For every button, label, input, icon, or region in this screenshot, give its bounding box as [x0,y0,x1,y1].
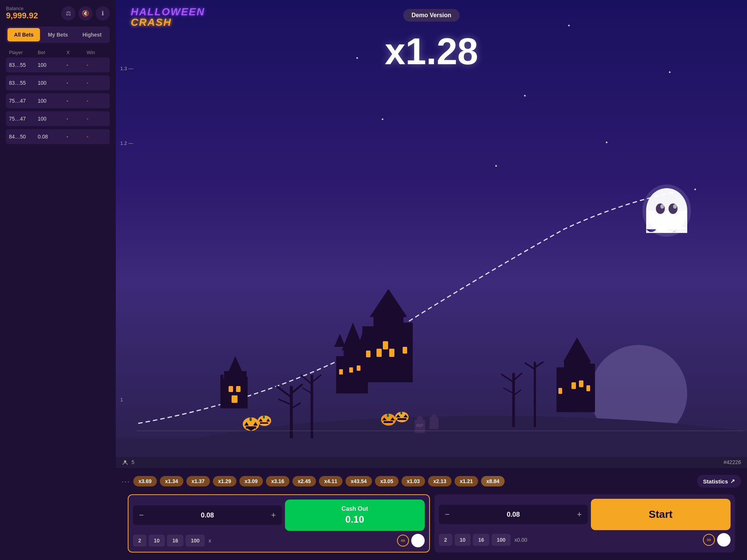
x-label: x [207,538,213,544]
svg-line-58 [525,363,535,369]
infinity-button-right[interactable]: ∞ [703,534,715,546]
history-pill[interactable]: x2.13 [428,476,452,486]
balance-text: Balance 9,999.92 [6,6,38,21]
history-pill[interactable]: x1.03 [402,476,425,486]
history-pill[interactable]: x1.37 [186,476,210,486]
balance-label: Balance [6,6,38,11]
plus-icon: + [271,510,276,520]
sidebar: Balance 9,999.92 ⚖ 🔇 ℹ All Bets My Bets … [0,0,116,560]
svg-line-50 [312,375,321,382]
svg-rect-13 [336,356,345,393]
mute-button[interactable]: 🔇 [78,6,93,21]
info-button[interactable]: ℹ [96,6,110,21]
statistics-label: Statistics [703,478,728,485]
logo-crash: CRASH [131,17,205,28]
x-multiplier: x0.00 [513,537,529,543]
infinity-button-left[interactable]: ∞ [397,535,409,547]
infinity-icon: ∞ [707,536,711,543]
right-minus-button[interactable]: − [443,510,451,519]
left-control-panel: − 0.08 + Cash Out 0.10 2 10 16 [128,494,430,553]
cashout-button[interactable]: Cash Out 0.10 [285,500,425,531]
bet-amount: 100 [38,116,66,122]
svg-rect-25 [383,341,388,349]
statistics-button[interactable]: Statistics ↗ [697,475,741,488]
history-pill[interactable]: x2.45 [292,476,316,486]
quick-16-left[interactable]: 16 [167,535,183,547]
tab-all-bets[interactable]: All Bets [7,28,40,41]
pumpkin-4 [395,411,409,422]
right-plus-button[interactable]: + [576,510,583,519]
history-pill[interactable]: x1.34 [160,476,183,486]
history-pill[interactable]: x3.05 [375,476,399,486]
tab-my-bets[interactable]: My Bets [41,28,74,41]
svg-rect-9 [236,386,241,392]
quick-100-left[interactable]: 100 [186,535,205,547]
toggle-button-left[interactable] [411,534,425,547]
svg-marker-38 [563,337,591,362]
svg-line-59 [535,362,543,367]
tab-highest[interactable]: Highest [76,28,108,41]
table-row: 83…55 100 - - [6,75,110,90]
tabs-container: All Bets My Bets Highest [6,27,110,43]
history-dots: ··· [122,477,130,486]
quick-2-left[interactable]: 2 [133,535,146,547]
history-pill[interactable]: x1.29 [213,476,236,486]
plus-icon: + [577,510,582,519]
demo-badge: Demo Version [403,9,460,22]
svg-rect-18 [349,367,353,373]
game-logo: HALLOWEEN CRASH [131,7,205,28]
bets-header: Player Bet X Win [6,47,110,57]
right-amount-value: 0.08 [455,511,572,519]
quick-2-right[interactable]: 2 [439,534,452,546]
history-pill[interactable]: x1.21 [455,476,478,486]
balance-area: Balance 9,999.92 ⚖ 🔇 ℹ [6,6,110,21]
start-button[interactable]: Start [591,499,731,530]
multiplier-display: x1.28 [385,30,478,73]
svg-rect-32 [387,312,391,317]
history-pill[interactable]: x43.54 [345,476,372,486]
svg-rect-77 [400,411,402,414]
left-minus-button[interactable]: − [137,510,145,520]
history-pill[interactable]: x3.69 [133,476,157,486]
svg-rect-67 [263,416,265,419]
table-row: 75…47 100 - - [6,93,110,108]
quick-10-right[interactable]: 10 [455,534,471,546]
players-icon [122,459,128,466]
player-name: 75…47 [9,116,38,122]
svg-line-46 [278,399,291,405]
right-quick-amounts: 2 10 16 100 x0.00 ∞ [439,533,731,547]
svg-marker-16 [334,334,345,347]
svg-line-55 [503,388,514,393]
bet-win: - [87,116,107,122]
header-x: X [66,50,87,55]
history-bar: ··· x3.69 x1.34 x1.37 x1.29 x3.09 x3.16 … [122,472,741,491]
svg-rect-30 [374,312,377,317]
svg-rect-40 [579,380,583,387]
quick-10-left[interactable]: 10 [149,535,165,547]
history-pill[interactable]: x4.11 [319,476,342,486]
history-pill[interactable]: x8.84 [481,476,505,486]
quick-16-right[interactable]: 16 [473,534,489,546]
history-pill[interactable]: x3.16 [266,476,289,486]
svg-rect-20 [339,369,343,374]
castle-right [557,337,595,412]
player-name: 83…55 [9,80,38,86]
header-icons: ⚖ 🔇 ℹ [61,6,110,21]
quick-100-right[interactable]: 100 [492,534,511,546]
svg-rect-7 [225,375,228,381]
svg-rect-31 [380,312,384,317]
svg-rect-85 [431,414,437,421]
scale-button[interactable]: ⚖ [61,6,75,21]
controls-area: − 0.08 + Cash Out 0.10 2 10 16 [122,491,741,559]
pumpkin-1 [243,417,259,431]
left-plus-button[interactable]: + [270,510,278,520]
svg-rect-6 [220,375,223,381]
game-id: #42226 [723,459,741,466]
player-name: 84…50 [9,134,38,140]
header-player: Player [9,50,38,55]
player-name: 75…47 [9,98,38,104]
game-info-row: 5 #42226 [116,457,747,468]
toggle-button-right[interactable] [717,533,731,547]
history-pill[interactable]: x3.09 [239,476,263,486]
svg-point-94 [124,460,126,463]
